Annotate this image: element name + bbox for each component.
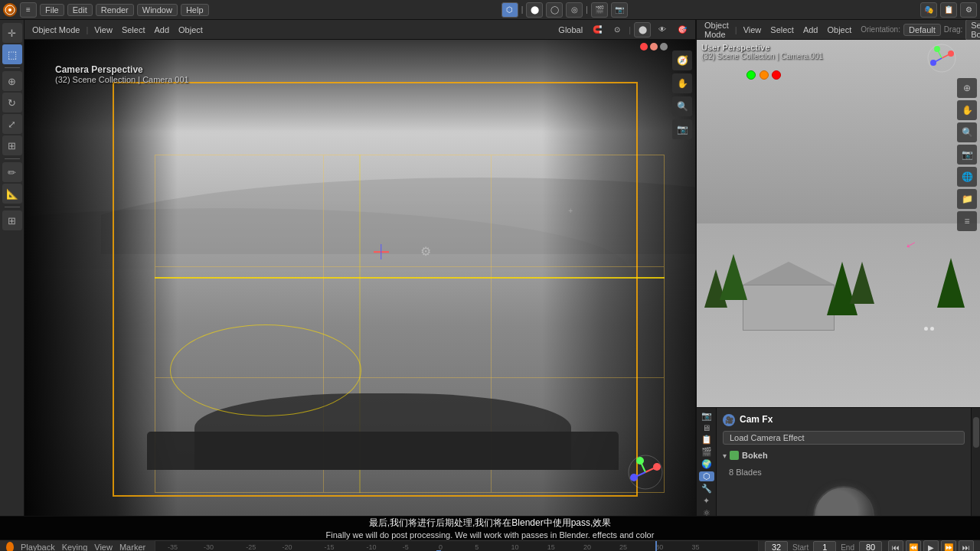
vp-add-menu[interactable]: Add xyxy=(151,24,172,36)
scroll-thumb[interactable] xyxy=(973,417,979,448)
vp-snap-icon[interactable]: 🧲 xyxy=(589,22,606,37)
subtitle-english: Finally we will do post processing. We w… xyxy=(326,530,655,540)
annotate-tool[interactable]: ✏ xyxy=(2,162,22,182)
shading-solid-icon[interactable]: ⬤ xyxy=(526,2,543,18)
right-object-menu[interactable]: Object xyxy=(824,24,854,36)
playback-btn[interactable]: Playback xyxy=(18,542,58,551)
measure-tool[interactable]: 📐 xyxy=(2,184,22,204)
props-output-icon[interactable]: 🖥 xyxy=(699,423,714,432)
small-cross-marker: + xyxy=(568,207,573,215)
header-edit-menu[interactable]: Edit xyxy=(67,4,93,16)
vp-object-menu[interactable]: Object xyxy=(175,24,206,36)
right-move-icon[interactable]: ⊕ xyxy=(957,78,977,98)
view-layer-icon[interactable]: 📋 xyxy=(940,2,957,18)
props-modifier-icon[interactable]: 🔧 xyxy=(699,484,714,494)
right-zoom-icon[interactable]: 🔍 xyxy=(957,122,977,142)
right-add-menu[interactable]: Add xyxy=(800,24,822,36)
right-vp-icons: ⊕ ✋ 🔍 📷 🌐 📁 ≡ xyxy=(957,78,977,231)
tree-2 xyxy=(720,254,747,300)
step-fwd-btn[interactable]: ⏩ xyxy=(941,540,956,551)
props-render-icon[interactable]: 📷 xyxy=(699,411,714,421)
toolbar-sep-3 xyxy=(5,207,20,207)
dot-orange xyxy=(650,43,658,51)
view-btn[interactable]: View xyxy=(91,542,116,551)
render-icon[interactable]: 📷 xyxy=(611,2,628,18)
scale-tool[interactable]: ⤢ xyxy=(2,114,22,134)
right-collection-icon[interactable]: 📁 xyxy=(957,189,977,209)
props-world-icon[interactable]: 🌍 xyxy=(699,459,714,469)
right-select-box-btn[interactable]: Select Box xyxy=(965,20,980,41)
move-tool[interactable]: ⊕ xyxy=(2,71,22,91)
scene-selector[interactable]: 🎭 xyxy=(920,2,937,18)
left-viewport-header: Object Mode | View Select Add Object Glo… xyxy=(24,20,695,40)
right-mode-btn[interactable]: Object Mode xyxy=(701,20,732,41)
vp-view-menu[interactable]: View xyxy=(91,24,116,36)
props-object-icon[interactable]: ⬡ xyxy=(699,471,714,481)
tick-container: -35 -30 -25 -20 -15 -10 -5 0 5 10 15 20 … xyxy=(155,541,758,551)
header-window-menu[interactable]: Window xyxy=(137,4,178,16)
transform-tool[interactable]: ⊞ xyxy=(2,135,22,155)
select-tool[interactable]: ⬚ xyxy=(2,44,22,64)
jump-start-btn[interactable]: ⏮ xyxy=(888,540,903,551)
header-render-menu[interactable]: Render xyxy=(96,4,134,16)
right-hand-icon[interactable]: ✋ xyxy=(957,100,977,120)
marker-btn[interactable]: Marker xyxy=(116,542,149,551)
right-stash-icon[interactable]: ≡ xyxy=(957,211,977,231)
right-3d-viewport[interactable]: → User Perspective (32) Scene Collection… xyxy=(697,40,980,407)
play-btn[interactable]: ▶ xyxy=(923,540,939,551)
add-tool[interactable]: ⊞ xyxy=(2,210,22,230)
header-icon-menu[interactable]: ≡ xyxy=(20,2,37,18)
shading-mat-icon[interactable]: ◯ xyxy=(546,2,563,18)
ground-dots xyxy=(924,327,934,331)
header-help-menu[interactable]: Help xyxy=(181,4,209,16)
load-camera-effect-btn[interactable]: Load Camera Effect xyxy=(723,431,965,445)
timeline-strip[interactable]: -35 -30 -25 -20 -15 -10 -5 0 5 10 15 20 … xyxy=(155,540,759,551)
vp-mode-btn[interactable]: Object Mode xyxy=(29,24,83,36)
shading-render-icon[interactable]: ◎ xyxy=(566,2,583,18)
blender-logo-icon[interactable] xyxy=(3,3,17,17)
cursor-tool[interactable]: ✛ xyxy=(2,23,22,43)
scene-icon[interactable]: 🎬 xyxy=(591,2,608,18)
vp-camera-icon[interactable]: 📷 xyxy=(672,119,692,139)
props-view-layer-icon[interactable]: 📋 xyxy=(699,435,714,445)
vp-shading-solid[interactable]: ⬤ xyxy=(634,22,651,37)
vp-overlay-icon[interactable]: 👁 xyxy=(654,22,671,37)
vp-gizmo-icon[interactable]: 🎯 xyxy=(674,22,691,37)
tick-10: 10 xyxy=(511,543,518,551)
props-particles-icon[interactable]: ✦ xyxy=(699,496,714,506)
tick-5: 5 xyxy=(475,543,479,551)
svg-text:X: X xyxy=(654,465,658,471)
vp-proportional-icon[interactable]: ⊙ xyxy=(609,22,626,37)
tick-neg15: -15 xyxy=(325,543,335,551)
vp-hand-icon[interactable]: ✋ xyxy=(672,73,692,93)
timeline-menus: Playback Keying View Marker xyxy=(6,542,149,551)
bokeh-section: ▾ Bokeh 8 Blades Blade 8 01 xyxy=(723,449,965,516)
workspace-icon[interactable]: ⚙ xyxy=(960,2,977,18)
toolbar-sep-2 xyxy=(5,158,20,159)
right-scrollbar[interactable] xyxy=(971,408,980,516)
rotate-tool[interactable]: ↻ xyxy=(2,93,22,112)
keying-btn[interactable]: Keying xyxy=(59,542,91,551)
vp-select-menu[interactable]: Select xyxy=(119,24,149,36)
layout-icon[interactable]: ⬡ xyxy=(501,2,518,18)
props-scene-icon[interactable]: 🎬 xyxy=(699,447,714,457)
right-select-menu[interactable]: Select xyxy=(767,24,797,36)
end-value[interactable]: 80 xyxy=(859,541,882,551)
props-physics-icon[interactable]: ⚛ xyxy=(699,508,714,516)
right-view-menu[interactable]: View xyxy=(740,24,765,36)
vp-zoom-icon[interactable]: 🔍 xyxy=(672,96,692,116)
vp-nav-icon[interactable]: 🧭 xyxy=(672,51,692,70)
vp-orientation-btn[interactable]: Global xyxy=(555,24,586,36)
right-camera-icon[interactable]: 📷 xyxy=(957,145,977,165)
bokeh-expand-icon[interactable]: ▾ xyxy=(723,452,727,460)
right-default-btn[interactable]: Default xyxy=(903,24,941,36)
grid-h1 xyxy=(155,266,664,267)
header-file-menu[interactable]: File xyxy=(40,4,64,16)
jump-end-btn[interactable]: ⏭ xyxy=(959,540,974,551)
header-center: ⬡ | ⬤ ◯ ◎ | 🎬 📷 xyxy=(212,2,917,18)
gear-overlay-icon[interactable]: ⚙ xyxy=(420,244,431,259)
step-back-btn[interactable]: ⏪ xyxy=(906,540,921,551)
right-world-icon[interactable]: 🌐 xyxy=(957,167,977,187)
dot-red xyxy=(640,43,648,51)
start-value[interactable]: 1 xyxy=(813,541,836,551)
